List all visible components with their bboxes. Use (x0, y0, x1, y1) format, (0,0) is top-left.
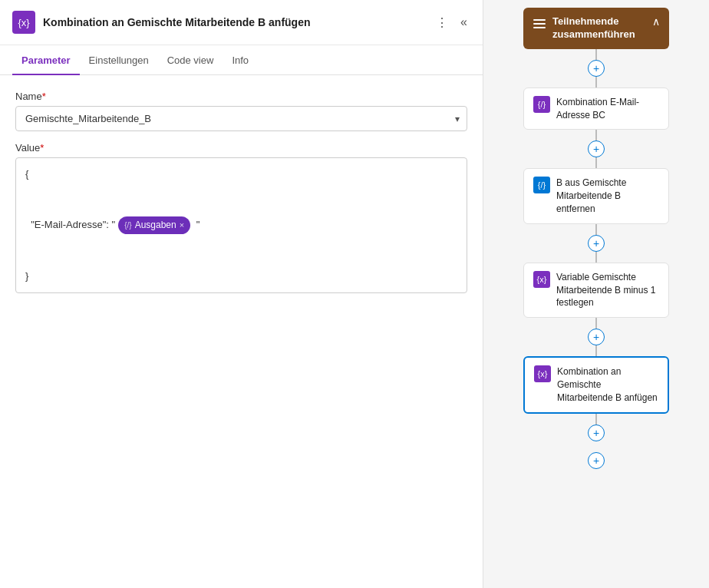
tab-parameter[interactable]: Parameter (12, 45, 80, 75)
value-prefix: "E-Mail-Adresse": " (25, 216, 115, 233)
add-step-button-3[interactable]: + (588, 235, 605, 252)
more-options-button[interactable]: ⋮ (433, 14, 451, 31)
value-line3: } (25, 268, 457, 285)
svg-rect-1 (533, 23, 546, 25)
header-chevron-icon[interactable]: ∧ (652, 15, 660, 28)
header-node-title: Teilnehmende zusammenführen (552, 15, 646, 41)
action-icon: {x} (12, 11, 35, 34)
form-area: Name* Gemischte_Mitarbeitende_B ▾ Value*… (0, 75, 483, 309)
value-line1: { (25, 166, 457, 183)
name-field-group: Name* Gemischte_Mitarbeitende_B ▾ (15, 91, 467, 131)
tab-einstellungen[interactable]: Einstellungen (80, 45, 158, 75)
tabs-bar: Parameter Einstellungen Code view Info (0, 45, 483, 75)
name-select[interactable]: Gemischte_Mitarbeitende_B (15, 106, 467, 131)
ausgaben-token[interactable]: {/} Ausgaben × (118, 216, 190, 233)
value-label: Value* (15, 142, 467, 154)
name-label: Name* (15, 91, 467, 102)
node-2-icon: {/} (533, 177, 550, 193)
flow-node-2[interactable]: {/} B aus Gemischte Mitarbeitende B entf… (523, 168, 669, 223)
bottom-connector: + (585, 452, 608, 469)
node-1-icon: {/} (533, 96, 550, 113)
connector-2: + (585, 130, 608, 168)
header-flow-node[interactable]: Teilnehmende zusammenführen ∧ (523, 8, 669, 49)
value-line2: "E-Mail-Adresse": " {/} Ausgaben × " (25, 183, 457, 268)
svg-rect-2 (533, 27, 546, 28)
name-select-wrapper: Gemischte_Mitarbeitende_B ▾ (15, 106, 467, 131)
collapse-button[interactable]: « (457, 14, 470, 31)
panel-title: Kombination an Gemischte Mitarbeitende B… (43, 16, 425, 28)
token-label: Ausgaben (135, 217, 176, 233)
add-step-button-4[interactable]: + (588, 329, 605, 345)
flow-node-1[interactable]: {/} Kombination E-Mail-Adresse BC (523, 88, 669, 130)
token-close-button[interactable]: × (180, 218, 184, 233)
right-panel: Teilnehmende zusammenführen ∧ + {/} Komb… (483, 0, 709, 588)
connector-5: + (585, 414, 608, 441)
add-step-button-2[interactable]: + (588, 140, 605, 157)
add-step-button-bottom[interactable]: + (588, 452, 605, 469)
tab-info[interactable]: Info (223, 45, 258, 75)
header-node-icon (533, 15, 546, 32)
value-field-group: Value* { "E-Mail-Adresse": " {/} Ausgabe… (15, 142, 467, 293)
panel-header: {x} Kombination an Gemischte Mitarbeiten… (0, 0, 483, 45)
header-actions: ⋮ « (433, 14, 470, 31)
connector-4: + (585, 318, 608, 356)
flow-node-3[interactable]: {x} Variable Gemischte Mitarbeitende B m… (523, 263, 669, 318)
value-editor[interactable]: { "E-Mail-Adresse": " {/} Ausgaben × " } (15, 157, 467, 293)
connector-1: + (585, 49, 608, 88)
token-icon: {/} (124, 219, 131, 232)
add-step-button-1[interactable]: + (588, 60, 605, 77)
add-step-button-5[interactable]: + (588, 424, 605, 441)
connector-3: + (585, 224, 608, 263)
node-3-text: Variable Gemischte Mitarbeitende B minus… (556, 271, 659, 309)
node-1-text: Kombination E-Mail-Adresse BC (556, 96, 659, 122)
svg-rect-0 (533, 19, 546, 21)
flow-container: Teilnehmende zusammenführen ∧ + {/} Komb… (491, 0, 701, 469)
node-4-text: Kombination an Gemischte Mitarbeitende B… (557, 365, 658, 404)
value-suffix: " (193, 216, 200, 233)
node-2-text: B aus Gemischte Mitarbeitende B entferne… (556, 177, 659, 215)
tab-code-view[interactable]: Code view (158, 45, 223, 75)
node-4-icon: {x} (534, 365, 551, 382)
node-3-icon: {x} (533, 271, 550, 288)
flow-node-4[interactable]: {x} Kombination an Gemischte Mitarbeiten… (523, 356, 669, 413)
left-panel: {x} Kombination an Gemischte Mitarbeiten… (0, 0, 483, 588)
